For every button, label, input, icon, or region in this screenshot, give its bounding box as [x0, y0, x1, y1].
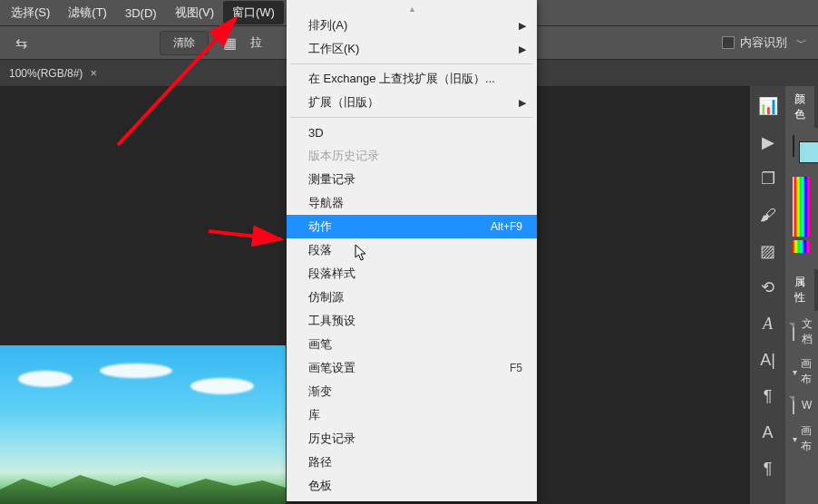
- pull-label: 拉: [250, 34, 262, 51]
- menu-item-10[interactable]: 动作Alt+F9: [287, 215, 537, 238]
- right-rail: 📊 ▶ ❐ 🖌 ▨ ⟲ A A| ¶ A ¶ 颜色 色板 R G: [749, 86, 818, 504]
- document-tab-title: 100%(RGB/8#): [9, 67, 83, 80]
- clear-button[interactable]: 清除: [160, 31, 209, 55]
- width-row: W: [785, 391, 818, 420]
- menu-item-16[interactable]: 画笔设置F5: [287, 356, 537, 380]
- canvas-section-header-2[interactable]: 画布 H: [785, 420, 818, 458]
- menu-item-19[interactable]: 历史记录: [287, 427, 537, 451]
- menu-filter[interactable]: 滤镜(T): [59, 1, 116, 24]
- menu-window[interactable]: 窗口(W): [223, 1, 284, 24]
- hue-strip[interactable]: [793, 240, 811, 253]
- tab-swatches[interactable]: 色板: [814, 86, 818, 128]
- menu-item-label: 画笔设置: [308, 360, 355, 376]
- color-panel-body: R G: [785, 128, 818, 269]
- menu-item-label: 工作区(K): [308, 41, 359, 57]
- menu-item-label: 3D: [308, 126, 324, 140]
- menu-item-shortcut: F5: [510, 362, 522, 374]
- menu-item-15[interactable]: 画笔: [287, 333, 537, 356]
- menu-item-7: 版本历史记录: [287, 144, 537, 168]
- grid-icon[interactable]: ▦: [218, 31, 241, 54]
- menu-item-label: 画笔: [308, 336, 332, 353]
- align-left-icon[interactable]: A|: [757, 349, 779, 371]
- menu-3d[interactable]: 3D(D): [116, 3, 166, 24]
- submenu-arrow-icon: ▶: [519, 97, 526, 109]
- menu-item-18[interactable]: 库: [287, 403, 537, 427]
- paragraph2-icon[interactable]: ¶: [757, 458, 779, 480]
- menu-item-21[interactable]: 色板: [287, 474, 537, 498]
- paragraph-icon[interactable]: ¶: [757, 385, 779, 407]
- menu-item-label: 仿制源: [308, 289, 344, 305]
- menu-item-14[interactable]: 工具预设: [287, 309, 537, 333]
- menu-item-1[interactable]: 工作区(K)▶: [287, 37, 537, 61]
- menu-item-label: 排列(A): [308, 17, 347, 34]
- menu-item-label: 在 Exchange 上查找扩展（旧版）...: [308, 71, 495, 87]
- document-tab[interactable]: 100%(RGB/8#) ×: [0, 66, 106, 80]
- color-panel-tabs: 颜色 色板: [785, 86, 818, 128]
- tab-color[interactable]: 颜色: [785, 86, 814, 128]
- document-label: 文档: [802, 316, 813, 347]
- menu-item-shortcut: Alt+F9: [491, 220, 522, 233]
- swatches-stack-icon[interactable]: ❐: [757, 168, 779, 189]
- menu-item-label: 段落: [308, 242, 332, 258]
- w-label: W: [802, 399, 812, 412]
- color-picker-field[interactable]: [793, 177, 811, 237]
- page-icon: [793, 396, 794, 414]
- tab-adjustments[interactable]: 调整: [814, 269, 818, 311]
- menu-view[interactable]: 视图(V): [166, 1, 223, 24]
- document-icon: [793, 323, 794, 341]
- options-flyout-icon[interactable]: ﹀: [796, 35, 809, 51]
- menu-grip-icon: ▴: [287, 4, 537, 14]
- menu-item-label: 版本历史记录: [308, 148, 379, 164]
- menu-item-4[interactable]: 扩展（旧版）▶: [287, 91, 537, 114]
- menu-item-8[interactable]: 测量记录: [287, 168, 537, 191]
- menu-item-17[interactable]: 渐变: [287, 380, 537, 403]
- menu-item-label: 扩展（旧版）: [308, 94, 379, 111]
- window-menu-dropdown: ▴ 排列(A)▶工作区(K)▶在 Exchange 上查找扩展（旧版）...扩展…: [287, 0, 537, 501]
- menu-select[interactable]: 选择(S): [2, 1, 59, 24]
- menu-item-label: 渐变: [308, 383, 332, 400]
- canvas-image: [0, 345, 286, 504]
- close-icon[interactable]: ×: [90, 66, 97, 80]
- properties-panel-tabs: 属性 调整: [785, 269, 818, 311]
- play-icon[interactable]: ▶: [757, 131, 779, 153]
- menu-item-9[interactable]: 导航器: [287, 191, 537, 215]
- checkbox-icon: [722, 36, 735, 49]
- menu-item-20[interactable]: 路径: [287, 451, 537, 474]
- properties-document-row: 文档: [785, 311, 818, 353]
- menu-item-3[interactable]: 在 Exchange 上查找扩展（旧版）...: [287, 67, 537, 91]
- content-aware-checkbox[interactable]: 内容识别: [722, 34, 787, 51]
- submenu-arrow-icon: ▶: [519, 44, 526, 55]
- canvas-section-header[interactable]: 画布: [785, 353, 818, 391]
- menu-item-label: 库: [308, 407, 320, 423]
- tab-properties[interactable]: 属性: [785, 269, 814, 311]
- menu-item-13[interactable]: 仿制源: [287, 286, 537, 309]
- menu-item-label: 色板: [308, 478, 332, 494]
- glyph-a-icon[interactable]: A: [757, 422, 779, 443]
- history-icon[interactable]: ⟲: [757, 276, 779, 298]
- foreground-background-swatch[interactable]: [793, 135, 794, 157]
- swap-icon[interactable]: ⇆: [9, 31, 33, 54]
- type-icon[interactable]: A: [757, 313, 779, 334]
- collapsed-panel-icons: 📊 ▶ ❐ 🖌 ▨ ⟲ A A| ¶ A ¶: [749, 86, 785, 504]
- menu-item-label: 段落样式: [308, 266, 355, 282]
- menu-item-label: 导航器: [308, 195, 344, 211]
- brush-icon[interactable]: 🖌: [757, 204, 779, 226]
- histogram-icon[interactable]: 📊: [757, 95, 779, 117]
- pattern-icon[interactable]: ▨: [757, 240, 779, 262]
- submenu-arrow-icon: ▶: [519, 20, 526, 32]
- menu-separator: [290, 117, 533, 118]
- menu-item-label: 历史记录: [308, 431, 355, 447]
- menu-item-label: 路径: [308, 454, 332, 470]
- menu-item-6[interactable]: 3D: [287, 121, 537, 144]
- menu-item-11[interactable]: 段落: [287, 238, 537, 262]
- menu-item-label: 测量记录: [308, 171, 355, 188]
- panel-column: 颜色 色板 R G 属性 调整 文档 画布 W: [785, 86, 818, 504]
- menu-separator: [290, 63, 533, 64]
- content-aware-label: 内容识别: [740, 34, 787, 51]
- menu-item-label: 动作: [308, 218, 332, 235]
- menu-item-12[interactable]: 段落样式: [287, 262, 537, 286]
- menu-item-label: 工具预设: [308, 313, 355, 329]
- menu-item-0[interactable]: 排列(A)▶: [287, 14, 537, 37]
